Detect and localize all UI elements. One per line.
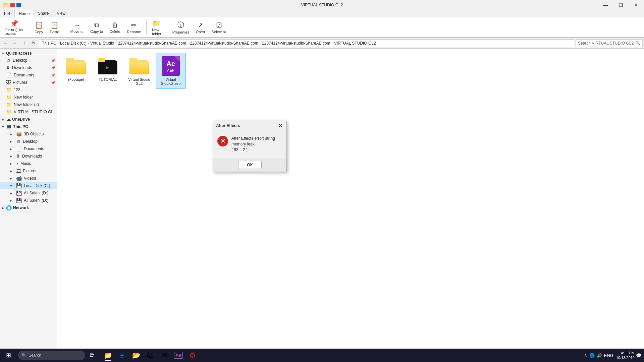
dialog-titlebar: After Effects ✕ [213,121,286,130]
dialog-footer: OK [213,158,286,172]
dialog-close-button[interactable]: ✕ [277,122,284,129]
modal-overlay: After Effects ✕ ✕ After Effects error: s… [0,0,644,362]
error-icon: ✕ [217,136,228,146]
dialog-ok-button[interactable]: OK [238,161,262,169]
after-effects-dialog: After Effects ✕ ✕ After Effects error: s… [213,121,287,172]
dialog-message-line1: After Effects error: string memory leak [231,136,282,147]
dialog-message-line2: ( 83 :: 2 ) [231,147,282,153]
dialog-title: After Effects [216,123,240,128]
dialog-message: After Effects error: string memory leak … [231,136,282,153]
dialog-body: ✕ After Effects error: string memory lea… [213,130,286,155]
